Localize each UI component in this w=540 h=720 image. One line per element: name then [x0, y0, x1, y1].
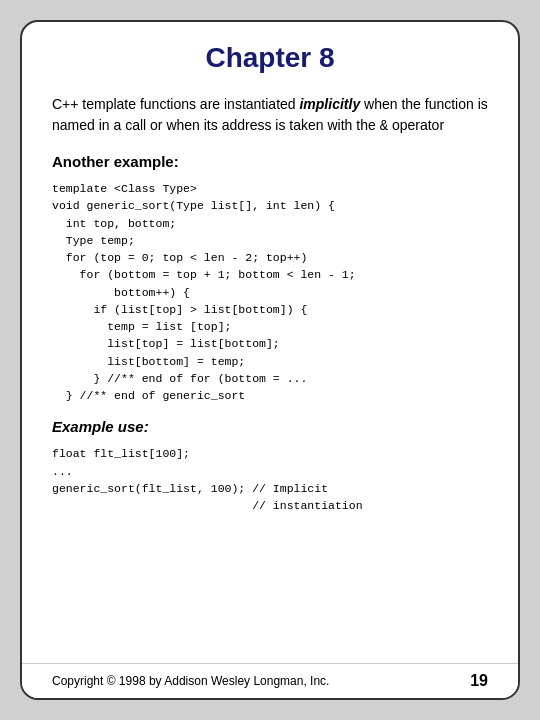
example-code-block: float flt_list[100]; ... generic_sort(fl…: [52, 445, 488, 514]
slide-inner: Chapter 8 C++ template functions are ins…: [22, 22, 518, 663]
main-code-block: template <Class Type> void generic_sort(…: [52, 180, 488, 404]
slide-container: Chapter 8 C++ template functions are ins…: [20, 20, 520, 700]
intro-text-before: C++ template functions are instantiated: [52, 96, 299, 112]
intro-italic: implicitly: [299, 96, 360, 112]
intro-operator: &: [380, 118, 388, 134]
slide-footer: Copyright © 1998 by Addison Wesley Longm…: [22, 663, 518, 698]
another-example-label: Another example:: [52, 153, 488, 170]
footer-copyright: Copyright © 1998 by Addison Wesley Longm…: [52, 674, 329, 688]
intro-text-end: operator: [388, 117, 444, 133]
example-use-label: Example use:: [52, 418, 488, 435]
chapter-title: Chapter 8: [52, 42, 488, 74]
footer-page-number: 19: [470, 672, 488, 690]
intro-paragraph: C++ template functions are instantiated …: [52, 94, 488, 137]
